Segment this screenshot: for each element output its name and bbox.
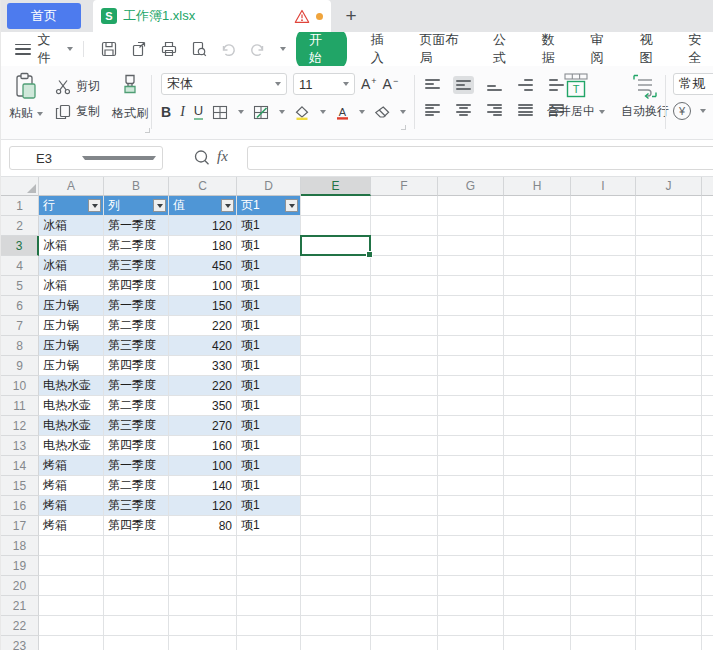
cell-F19[interactable] <box>371 556 438 576</box>
cell-H11[interactable] <box>504 396 571 416</box>
cell-D21[interactable] <box>237 596 301 616</box>
cell-F17[interactable] <box>371 516 438 536</box>
cell-D3[interactable]: 项1 <box>237 236 301 256</box>
cut-button[interactable]: 剪切 <box>55 78 100 95</box>
cell-B5[interactable]: 第四季度 <box>104 276 169 296</box>
cell-D4[interactable]: 项1 <box>237 256 301 276</box>
row-header-3[interactable]: 3 <box>1 236 39 256</box>
cell-J4[interactable] <box>636 256 702 276</box>
cell-D1[interactable]: 页1 <box>237 196 301 216</box>
cell-B7[interactable]: 第二季度 <box>104 316 169 336</box>
cell-B2[interactable]: 第一季度 <box>104 216 169 236</box>
cell-C2[interactable]: 120 <box>169 216 237 236</box>
align-left-button[interactable] <box>422 101 443 119</box>
row-header-10[interactable]: 10 <box>1 376 39 396</box>
cell-H21[interactable] <box>504 596 571 616</box>
font-color-button[interactable]: A <box>335 105 365 120</box>
cell-G2[interactable] <box>438 216 504 236</box>
cell-E16[interactable] <box>301 496 371 516</box>
cell-F15[interactable] <box>371 476 438 496</box>
cell-B6[interactable]: 第一季度 <box>104 296 169 316</box>
cell-D7[interactable]: 项1 <box>237 316 301 336</box>
cell-H16[interactable] <box>504 496 571 516</box>
row-header-11[interactable]: 11 <box>1 396 39 416</box>
cell-I3[interactable] <box>571 236 636 256</box>
cell-F7[interactable] <box>371 316 438 336</box>
cell-A9[interactable]: 压力锅 <box>39 356 104 376</box>
cell-D9[interactable]: 项1 <box>237 356 301 376</box>
magnifier-icon[interactable] <box>193 149 211 167</box>
cell-C7[interactable]: 220 <box>169 316 237 336</box>
cell-J16[interactable] <box>636 496 702 516</box>
cell-A14[interactable]: 烤箱 <box>39 456 104 476</box>
cell-H20[interactable] <box>504 576 571 596</box>
cell-C20[interactable] <box>169 576 237 596</box>
font-size-select[interactable]: 11 <box>293 73 355 95</box>
file-menu-chevron-down-icon[interactable] <box>67 47 73 51</box>
cell-G22[interactable] <box>438 616 504 636</box>
cell-J2[interactable] <box>636 216 702 236</box>
export-button[interactable] <box>130 40 148 58</box>
cell-F5[interactable] <box>371 276 438 296</box>
cell-E14[interactable] <box>301 456 371 476</box>
row-header-4[interactable]: 4 <box>1 256 39 276</box>
cell-E21[interactable] <box>301 596 371 616</box>
cell-I22[interactable] <box>571 616 636 636</box>
column-header-D[interactable]: D <box>237 177 301 196</box>
filter-button-页1[interactable] <box>285 199 298 212</box>
cell-I2[interactable] <box>571 216 636 236</box>
cell-B8[interactable]: 第三季度 <box>104 336 169 356</box>
cell-E5[interactable] <box>301 276 371 296</box>
cell-C10[interactable]: 220 <box>169 376 237 396</box>
cell-I19[interactable] <box>571 556 636 576</box>
column-header-F[interactable]: F <box>371 177 438 196</box>
cell-A1[interactable]: 行 <box>39 196 104 216</box>
cell-A4[interactable]: 冰箱 <box>39 256 104 276</box>
cell-D14[interactable]: 项1 <box>237 456 301 476</box>
cell-J23[interactable] <box>636 636 702 650</box>
cell-D23[interactable] <box>237 636 301 650</box>
cell-A11[interactable]: 电热水壶 <box>39 396 104 416</box>
cell-H2[interactable] <box>504 216 571 236</box>
cell-D11[interactable]: 项1 <box>237 396 301 416</box>
cell-C22[interactable] <box>169 616 237 636</box>
cell-D19[interactable] <box>237 556 301 576</box>
cell-B19[interactable] <box>104 556 169 576</box>
menu-tab-1[interactable]: 插入 <box>371 31 396 67</box>
cell-F20[interactable] <box>371 576 438 596</box>
cell-G14[interactable] <box>438 456 504 476</box>
hamburger-menu-icon[interactable] <box>15 44 31 55</box>
cell-J10[interactable] <box>636 376 702 396</box>
cell-E20[interactable] <box>301 576 371 596</box>
cell-C8[interactable]: 420 <box>169 336 237 356</box>
cell-B15[interactable]: 第二季度 <box>104 476 169 496</box>
justify-button[interactable] <box>515 101 536 119</box>
cell-J1[interactable] <box>636 196 702 216</box>
cell-C11[interactable]: 350 <box>169 396 237 416</box>
cell-H8[interactable] <box>504 336 571 356</box>
cell-G20[interactable] <box>438 576 504 596</box>
row-header-18[interactable]: 18 <box>1 536 39 556</box>
cell-G17[interactable] <box>438 516 504 536</box>
cell-F6[interactable] <box>371 296 438 316</box>
cell-G23[interactable] <box>438 636 504 650</box>
row-header-19[interactable]: 19 <box>1 556 39 576</box>
cell-J7[interactable] <box>636 316 702 336</box>
filter-button-行[interactable] <box>88 199 101 212</box>
cell-C13[interactable]: 160 <box>169 436 237 456</box>
cell-I12[interactable] <box>571 416 636 436</box>
merge-center-button[interactable]: T 合并居中 <box>547 72 605 120</box>
cell-H15[interactable] <box>504 476 571 496</box>
cell-E6[interactable] <box>301 296 371 316</box>
cell-H14[interactable] <box>504 456 571 476</box>
cell-F2[interactable] <box>371 216 438 236</box>
menu-tab-0[interactable]: 开始 <box>296 28 347 70</box>
cell-C18[interactable] <box>169 536 237 556</box>
cell-D17[interactable]: 项1 <box>237 516 301 536</box>
cell-B13[interactable]: 第四季度 <box>104 436 169 456</box>
cell-I6[interactable] <box>571 296 636 316</box>
document-tab[interactable]: S 工作簿1.xlsx <box>93 0 331 32</box>
row-header-9[interactable]: 9 <box>1 356 39 376</box>
cell-G1[interactable] <box>438 196 504 216</box>
cell-I4[interactable] <box>571 256 636 276</box>
